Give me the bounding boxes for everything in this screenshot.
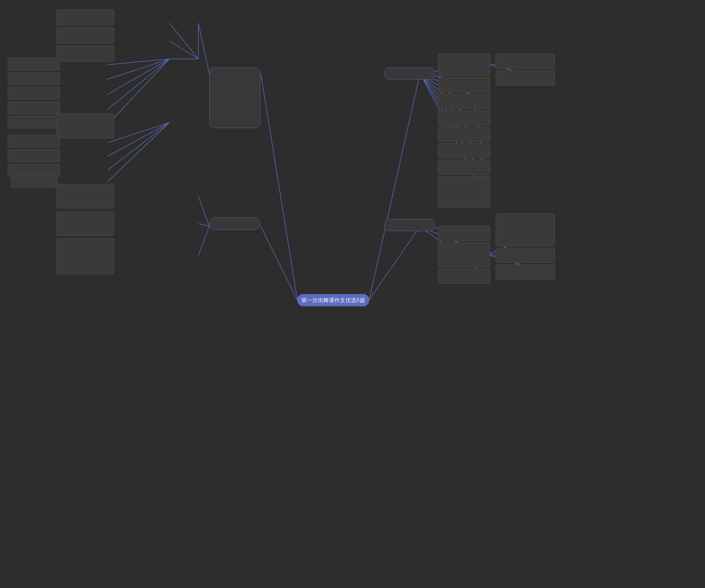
- svg-line-19: [198, 226, 209, 256]
- left-branch-1[interactable]: [209, 67, 260, 128]
- lb1-leaf-3[interactable]: [8, 87, 60, 99]
- svg-line-7: [107, 59, 169, 65]
- center-node[interactable]: 第一次街舞课作文优选5篇: [297, 294, 369, 306]
- rb2-child-1[interactable]: [438, 226, 490, 241]
- lb1-leaf-2[interactable]: [8, 72, 60, 85]
- svg-line-20: [369, 74, 420, 300]
- rb1-child-2[interactable]: [438, 94, 490, 109]
- rb1-child-3[interactable]: [438, 110, 490, 125]
- lb1-child-4[interactable]: [56, 114, 114, 138]
- rb1-main[interactable]: [438, 54, 490, 76]
- rb2-far-2[interactable]: [496, 248, 555, 263]
- lb1-leaf-6[interactable]: [8, 135, 60, 148]
- svg-line-0: [261, 74, 297, 300]
- rb1-child-8[interactable]: [438, 193, 490, 208]
- svg-line-4: [169, 23, 198, 59]
- svg-line-8: [107, 59, 169, 79]
- svg-line-32: [369, 226, 420, 300]
- svg-line-18: [198, 224, 209, 226]
- lb2-child-1[interactable]: [56, 184, 114, 208]
- svg-line-1: [198, 23, 209, 74]
- lb1-child-2[interactable]: [56, 28, 114, 44]
- lb1-leaf-4[interactable]: [8, 101, 60, 114]
- svg-line-15: [107, 123, 169, 182]
- lb1-leaf-1[interactable]: [8, 58, 60, 71]
- rb1-child-7[interactable]: [438, 176, 490, 191]
- rb2-child-3[interactable]: [438, 269, 490, 284]
- svg-line-10: [107, 59, 169, 109]
- svg-line-12: [107, 123, 169, 143]
- svg-line-9: [107, 59, 169, 94]
- lb1-child-3[interactable]: [56, 45, 114, 61]
- rb1-far-1[interactable]: [496, 54, 555, 69]
- rb1-child-4[interactable]: [438, 127, 490, 142]
- rb1-child-1[interactable]: [438, 77, 490, 92]
- rb1-child-6[interactable]: [438, 160, 490, 175]
- rb2-far-3[interactable]: [496, 264, 555, 279]
- rb1-far-2[interactable]: [496, 70, 555, 85]
- svg-line-14: [107, 123, 169, 170]
- svg-line-5: [169, 41, 198, 59]
- lb1-leaf-7[interactable]: [8, 149, 60, 162]
- right-branch-2[interactable]: [384, 219, 435, 231]
- svg-line-13: [107, 123, 169, 156]
- svg-line-16: [261, 226, 297, 300]
- rb2-child-2[interactable]: [438, 242, 490, 267]
- svg-line-17: [198, 196, 209, 226]
- rb2-far-1[interactable]: [496, 214, 555, 246]
- mind-map: 第一次街舞课作文优选5篇: [0, 0, 705, 588]
- left-branch-2[interactable]: [209, 218, 260, 230]
- rb1-child-5[interactable]: [438, 143, 490, 159]
- lb1-leaf-9[interactable]: [11, 176, 57, 187]
- svg-line-11: [107, 59, 169, 125]
- lb1-leaf-8[interactable]: [8, 164, 60, 177]
- lb1-child-1[interactable]: [56, 10, 114, 26]
- lb1-leaf-5[interactable]: [8, 116, 60, 128]
- right-branch-1[interactable]: [384, 67, 435, 80]
- lb2-child-3[interactable]: [56, 238, 114, 274]
- lb2-child-2[interactable]: [56, 212, 114, 236]
